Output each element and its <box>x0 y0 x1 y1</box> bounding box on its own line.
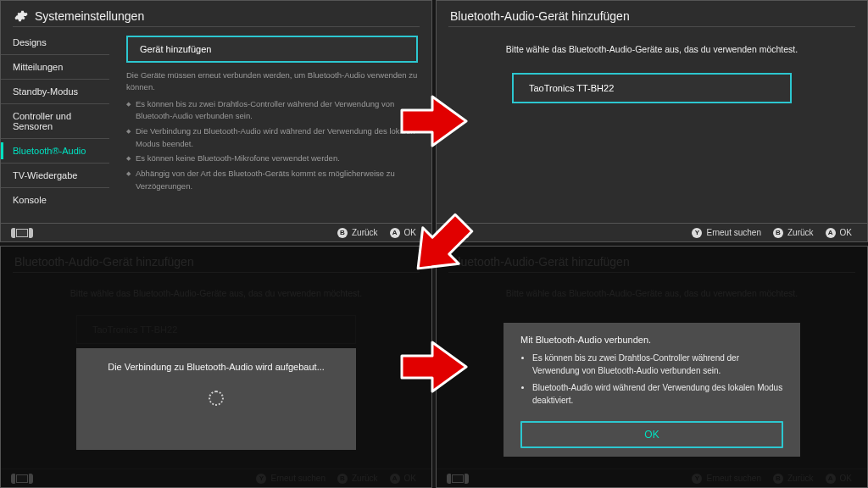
page-title-row: Bluetooth-Audio-Gerät hinzufügen <box>437 1 867 26</box>
sidebar-item-mitteilungen[interactable]: Mitteilungen <box>8 57 109 77</box>
page-title: Bluetooth-Audio-Gerät hinzufügen <box>450 9 630 23</box>
sidebar-item-standby[interactable]: Standby-Modus <box>8 81 109 102</box>
footer-back[interactable]: BZurück <box>773 228 814 238</box>
a-button-icon: A <box>390 228 400 238</box>
page-title: Systemeinstellungen <box>35 9 144 23</box>
console-icon <box>447 228 469 238</box>
footer-ok: AOK <box>390 474 416 484</box>
pane-connecting: Bluetooth-Audio-Gerät hinzufügen Bitte w… <box>0 246 432 488</box>
b-button-icon: B <box>337 228 348 238</box>
console-icon <box>11 474 33 484</box>
info-bullets: Es können bis zu zwei Drahtlos-Controlle… <box>126 98 418 196</box>
spinner-icon <box>209 391 224 406</box>
gear-icon <box>14 9 28 23</box>
page-title-row: Bluetooth-Audio-Gerät hinzufügen <box>1 247 431 272</box>
footer-rescan[interactable]: YErneut suchen <box>692 228 761 238</box>
device-option: TaoTronics TT-BH22 <box>76 315 356 344</box>
y-button-icon: Y <box>692 228 702 238</box>
a-button-icon: A <box>826 474 836 484</box>
footer-back: BZurück <box>337 474 378 484</box>
y-button-icon: Y <box>256 474 266 484</box>
b-button-icon: B <box>773 228 783 238</box>
sidebar-item-bluetooth-audio[interactable]: Bluetooth®-Audio <box>8 141 109 161</box>
page-title: Bluetooth-Audio-Gerät hinzufügen <box>14 255 194 269</box>
y-button-icon: Y <box>692 474 702 484</box>
ok-button[interactable]: OK <box>520 421 783 448</box>
connected-heading: Mit Bluetooth-Audio verbunden. <box>520 335 651 345</box>
footer-back: BZurück <box>773 474 814 484</box>
footer-back[interactable]: BZurück <box>337 228 378 238</box>
connecting-modal: Die Verbindung zu Bluetooth-Audio wird a… <box>76 348 356 450</box>
footer-ok[interactable]: AOK <box>390 228 416 238</box>
sidebar-item-designs[interactable]: Designs <box>8 32 109 53</box>
footer: YErneut suchen BZurück AOK <box>1 469 431 487</box>
page-title-row: Bluetooth-Audio-Gerät hinzufügen <box>437 247 867 272</box>
connected-modal: Mit Bluetooth-Audio verbunden. Es können… <box>504 323 800 457</box>
page-title: Bluetooth-Audio-Gerät hinzufügen <box>450 255 630 269</box>
a-button-icon: A <box>826 228 836 238</box>
choose-prompt: Bitte wähle das Bluetooth-Audio-Geräte a… <box>506 44 798 54</box>
pane-system-settings: Systemeinstellungen Designs Mitteilungen… <box>0 0 432 242</box>
footer-ok[interactable]: AOK <box>826 228 852 238</box>
page-title-row: Systemeinstellungen <box>1 1 431 26</box>
a-button-icon: A <box>390 474 400 484</box>
settings-sidebar: Designs Mitteilungen Standby-Modus Contr… <box>1 27 109 223</box>
sidebar-item-tv[interactable]: TV-Wiedergabe <box>8 165 109 186</box>
footer: YErneut suchen BZurück AOK <box>437 469 867 487</box>
footer-ok: AOK <box>826 474 852 484</box>
choose-prompt: Bitte wähle das Bluetooth-Audio-Geräte a… <box>506 288 798 298</box>
console-icon <box>11 228 33 238</box>
pane-connected: Bluetooth-Audio-Gerät hinzufügen Bitte w… <box>436 246 868 488</box>
sidebar-item-controllers[interactable]: Controller und Sensoren <box>8 106 109 136</box>
device-option[interactable]: TaoTronics TT-BH22 <box>512 73 792 103</box>
add-device-button[interactable]: Gerät hinzufügen <box>126 36 418 63</box>
b-button-icon: B <box>773 474 783 484</box>
footer: BZurück AOK <box>1 223 431 241</box>
footer-rescan: YErneut suchen <box>692 474 761 484</box>
pane-add-device: Bluetooth-Audio-Gerät hinzufügen Bitte w… <box>436 0 868 242</box>
connecting-text: Die Verbindung zu Bluetooth-Audio wird a… <box>108 362 325 372</box>
choose-prompt: Bitte wähle das Bluetooth-Audio-Geräte a… <box>70 288 362 298</box>
sidebar-item-console[interactable]: Konsole <box>8 190 109 210</box>
footer: YErneut suchen BZurück AOK <box>437 223 867 241</box>
footer-rescan: YErneut suchen <box>256 474 326 484</box>
settings-main: Gerät hinzufügen Die Geräte müssen erneu… <box>109 27 431 223</box>
connected-bullets: Es können bis zu zwei Drahtlos-Controlle… <box>520 352 783 411</box>
console-icon <box>447 474 469 484</box>
reconnect-note: Die Geräte müssen erneut verbunden werde… <box>126 69 418 93</box>
b-button-icon: B <box>337 474 348 484</box>
